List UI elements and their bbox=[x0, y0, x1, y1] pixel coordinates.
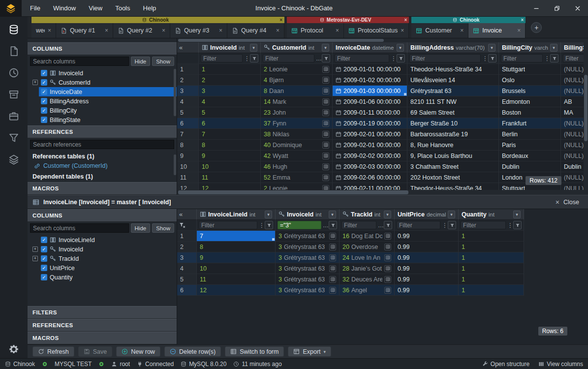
funnel-icon[interactable] bbox=[322, 54, 330, 62]
scrollbar-thumb[interactable] bbox=[174, 69, 176, 116]
grid-cell[interactable]: 8, Rue Hanovre bbox=[407, 140, 499, 151]
status-connected[interactable]: Connected bbox=[137, 361, 174, 368]
grid-cell[interactable]: 1 bbox=[459, 285, 524, 296]
filter-input[interactable] bbox=[278, 221, 321, 229]
briefcase-icon[interactable] bbox=[6, 109, 22, 123]
column-header-trackid[interactable]: TrackIdint▾ bbox=[340, 209, 395, 220]
row-number[interactable]: 3 bbox=[177, 86, 199, 96]
grid-cell[interactable]: 0.99 bbox=[395, 242, 459, 252]
column-header-billingcity[interactable]: BillingCityvarchar(40)▾ bbox=[499, 42, 561, 53]
column-header-unitprice[interactable]: UnitPricedecimal▾ bbox=[395, 209, 459, 220]
close-group-icon[interactable]: × bbox=[521, 17, 524, 23]
open-reference-icon[interactable] bbox=[322, 66, 329, 73]
app-logo[interactable] bbox=[0, 0, 22, 17]
tab-wee[interactable]: wee× bbox=[31, 23, 56, 38]
grid-cell[interactable]: 4 bbox=[199, 96, 261, 107]
status-mysql-test[interactable]: MYSQL TEST bbox=[55, 361, 92, 368]
collapse-panel-button[interactable]: « bbox=[179, 211, 183, 217]
grid-cell[interactable]: 4Bjørn bbox=[261, 75, 333, 86]
row-number[interactable]: 2 bbox=[177, 242, 197, 252]
grid-cell[interactable]: 3 Chatham Street bbox=[407, 161, 499, 172]
row-number[interactable]: 3 bbox=[177, 252, 197, 263]
grid-cell[interactable]: 1 bbox=[459, 252, 524, 263]
close-tab-icon[interactable]: × bbox=[219, 27, 222, 34]
menu-file[interactable]: File bbox=[24, 0, 47, 16]
open-reference-icon[interactable] bbox=[329, 244, 336, 250]
column-menu-button[interactable]: ▾ bbox=[250, 44, 257, 52]
open-reference-icon[interactable] bbox=[329, 287, 336, 294]
grid-cell[interactable]: 0.99 bbox=[395, 274, 459, 285]
column-list-item[interactable]: ✓InvoiceLineId bbox=[28, 235, 177, 245]
filter-input[interactable] bbox=[461, 221, 506, 229]
row-number[interactable]: 1 bbox=[177, 231, 197, 242]
clear-filters-button[interactable] bbox=[177, 220, 197, 231]
checkbox[interactable]: ✓ bbox=[41, 237, 47, 243]
close-detail-button[interactable]: Close bbox=[563, 199, 579, 206]
funnel-icon[interactable] bbox=[550, 54, 558, 62]
close-tab-icon[interactable]: × bbox=[162, 27, 165, 34]
settings-gear-icon[interactable] bbox=[6, 342, 22, 356]
grid-cell[interactable]: 1 bbox=[459, 274, 524, 285]
grid-cell[interactable]: 38Niklas bbox=[261, 129, 333, 140]
close-tab-icon[interactable]: × bbox=[105, 27, 108, 34]
reference-link[interactable]: Customer (CustomerId) bbox=[28, 161, 177, 171]
switch-to-form-button[interactable]: Switch to form bbox=[225, 346, 284, 357]
filter-menu-icon[interactable]: … bbox=[323, 222, 327, 228]
funnel-icon[interactable] bbox=[448, 221, 456, 229]
open-reference-icon[interactable] bbox=[329, 233, 336, 240]
grid-cell[interactable]: 2009-01-06 00:00:00 bbox=[333, 96, 407, 107]
grid-cell[interactable]: 3Grétrystraat 63 bbox=[276, 263, 340, 274]
grid-cell[interactable]: 12 bbox=[197, 285, 276, 296]
scrollbar-thumb[interactable] bbox=[178, 39, 384, 42]
layers-icon[interactable] bbox=[6, 153, 22, 166]
column-menu-button[interactable]: ▾ bbox=[397, 44, 404, 52]
grid-cell[interactable]: Ullevålsveien 14 bbox=[407, 75, 499, 86]
checkbox[interactable]: ✓ bbox=[41, 117, 47, 123]
open-reference-icon[interactable] bbox=[329, 276, 336, 283]
open-reference-icon[interactable] bbox=[329, 254, 336, 261]
tab-query-4[interactable]: Query #4× bbox=[227, 23, 284, 38]
filters-section-header[interactable]: FILTERS bbox=[28, 306, 177, 319]
status-chinook[interactable]: Chinook bbox=[5, 361, 35, 368]
column-menu-button[interactable]: ▾ bbox=[513, 211, 521, 218]
column-menu-button[interactable]: ▾ bbox=[329, 211, 336, 218]
column-list-item[interactable]: +✓TrackId bbox=[28, 254, 177, 263]
grid-cell[interactable]: 1 bbox=[199, 64, 261, 75]
grid-cell[interactable]: 8 bbox=[197, 242, 276, 252]
grid-cell[interactable]: 2Leonie bbox=[261, 183, 333, 190]
column-menu-button[interactable]: ▾ bbox=[448, 211, 455, 218]
open-reference-icon[interactable] bbox=[384, 244, 391, 250]
files-icon[interactable] bbox=[6, 44, 22, 58]
open-reference-icon[interactable] bbox=[322, 174, 329, 181]
column-header-quantity[interactable]: Quantityint▾ bbox=[459, 209, 524, 220]
grid-cell[interactable]: Frankfurt bbox=[499, 118, 561, 129]
open-reference-icon[interactable] bbox=[322, 88, 329, 94]
grid-cell[interactable]: 36Angel bbox=[340, 285, 395, 296]
menu-tools[interactable]: Tools bbox=[109, 0, 136, 16]
tab-group-header[interactable]: Chinook× bbox=[31, 17, 284, 23]
row-number[interactable]: 10 bbox=[177, 161, 199, 172]
filter-input[interactable] bbox=[341, 221, 376, 229]
column-menu-button[interactable]: ▾ bbox=[488, 44, 495, 52]
column-menu-button[interactable]: ▾ bbox=[322, 44, 329, 52]
collapse-panel-button[interactable]: « bbox=[179, 44, 183, 51]
macros-section-header[interactable]: MACROS bbox=[28, 182, 177, 195]
open-reference-icon[interactable] bbox=[322, 98, 329, 105]
checkbox[interactable]: ✓ bbox=[41, 89, 47, 95]
close-tab-icon[interactable]: × bbox=[276, 27, 279, 34]
filter-menu-icon[interactable]: ⋮ bbox=[507, 222, 512, 228]
checkbox[interactable]: ✓ bbox=[41, 274, 47, 280]
grid-cell[interactable]: 3Grétrystraat 63 bbox=[276, 242, 340, 252]
column-list-item[interactable]: ✓BillingCity bbox=[28, 106, 177, 115]
column-list-item[interactable]: ✓InvoiceId bbox=[28, 68, 177, 78]
row-number[interactable]: 2 bbox=[177, 75, 199, 86]
grid-cell[interactable]: Theodor-Heuss-Straße 34 bbox=[407, 183, 499, 190]
grid-cell[interactable]: 2009-01-19 00:00:00 bbox=[333, 118, 407, 129]
open-reference-icon[interactable] bbox=[322, 77, 329, 84]
status-indicator[interactable] bbox=[98, 361, 104, 367]
grid-cell[interactable]: 1 bbox=[459, 263, 524, 274]
grid-cell[interactable]: 2009-01-11 00:00:00 bbox=[333, 107, 407, 118]
column-list-item[interactable]: ✓BillingState bbox=[28, 115, 177, 124]
checkbox[interactable]: ✓ bbox=[41, 246, 47, 252]
grid-cell[interactable]: 0.99 bbox=[395, 252, 459, 263]
